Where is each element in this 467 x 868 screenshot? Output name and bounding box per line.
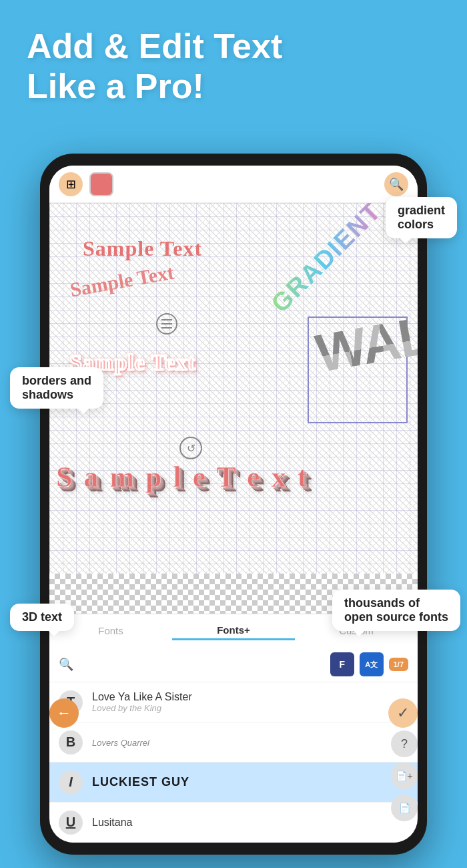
- page-indicator[interactable]: 1/7: [389, 658, 408, 671]
- sample-text-3d[interactable]: S a m p l e T e x t: [56, 460, 309, 494]
- font-names-1: Love Ya Like A Sister Loved by the King: [92, 691, 192, 713]
- font-secondary-name-1: Loved by the King: [92, 703, 192, 713]
- search-row: 🔍 F A文 1/7: [49, 647, 418, 682]
- phone-screen: ⊞ 🔍 Sample Text Sample Text GRADIENT: [49, 166, 418, 843]
- callout-borders: borders and shadows: [10, 367, 103, 409]
- font-icons-row: F A文 1/7: [330, 652, 408, 676]
- callout-3d-text: 3D text: [10, 604, 74, 631]
- font-primary-name-1: Love Ya Like A Sister: [92, 691, 192, 703]
- font-list-item[interactable]: U Lusitana: [49, 803, 418, 843]
- header-title: Add & Edit Text Like a Pro!: [27, 27, 282, 107]
- font-list-item[interactable]: B Lovers Quarrel: [49, 722, 418, 763]
- font-list-item[interactable]: T Love Ya Like A Sister Loved by the Kin…: [49, 682, 418, 722]
- page-background: Add & Edit Text Like a Pro! ⊞ 🔍 Sample T…: [0, 0, 467, 868]
- font-names-4: Lusitana: [92, 817, 133, 829]
- font-names-3: LUCKIEST GUY: [92, 775, 189, 789]
- hamburger-menu-icon[interactable]: [156, 313, 177, 335]
- right-side-buttons: ? 📄+ 📄: [391, 730, 418, 821]
- search-icon-small: 🔍: [59, 657, 73, 672]
- font-list: T Love Ya Like A Sister Loved by the Kin…: [49, 682, 418, 843]
- check-button[interactable]: ✓: [388, 698, 418, 728]
- font-primary-name-4: Lusitana: [92, 817, 133, 829]
- rotate-icon[interactable]: ↺: [179, 437, 202, 459]
- sample-text-plain[interactable]: Sample Text: [83, 236, 202, 261]
- help-button[interactable]: ?: [391, 730, 418, 757]
- canvas-area: Sample Text Sample Text GRADIENT Sample …: [49, 203, 418, 614]
- add-font-button[interactable]: 📄+: [391, 763, 418, 789]
- translate-icon[interactable]: A文: [360, 652, 384, 676]
- extra-button[interactable]: 📄: [391, 795, 418, 821]
- back-button[interactable]: ←: [49, 698, 79, 728]
- search-icon[interactable]: 🔍: [384, 172, 408, 196]
- font-secondary-name-2: Lovers Quarrel: [92, 738, 149, 748]
- hamburger-line-3: [161, 327, 172, 329]
- font-names-2: Lovers Quarrel: [92, 736, 149, 748]
- font-selected-name: LUCKIEST GUY: [92, 775, 189, 789]
- callout-fonts: thousands of open source fonts: [332, 590, 460, 631]
- tab-fonts-plus[interactable]: Fonts+: [172, 622, 295, 640]
- phone-frame: ⊞ 🔍 Sample Text Sample Text GRADIENT: [40, 154, 427, 855]
- callout-gradient: gradient colors: [386, 197, 457, 238]
- font-list-item-selected[interactable]: I LUCKIEST GUY: [49, 763, 418, 803]
- font-style-icon-I: I: [59, 771, 83, 795]
- layers-icon[interactable]: ⊞: [59, 172, 83, 196]
- hamburger-line-1: [161, 319, 172, 320]
- hamburger-line-2: [161, 323, 172, 324]
- wall-text-container[interactable]: WALL: [308, 316, 408, 423]
- font-style-icon-B: B: [59, 730, 83, 754]
- color-swatch[interactable]: [89, 172, 113, 196]
- font-file-icon[interactable]: F: [330, 652, 354, 676]
- phone-topbar: ⊞ 🔍: [49, 166, 418, 203]
- font-style-icon-U: U: [59, 811, 83, 835]
